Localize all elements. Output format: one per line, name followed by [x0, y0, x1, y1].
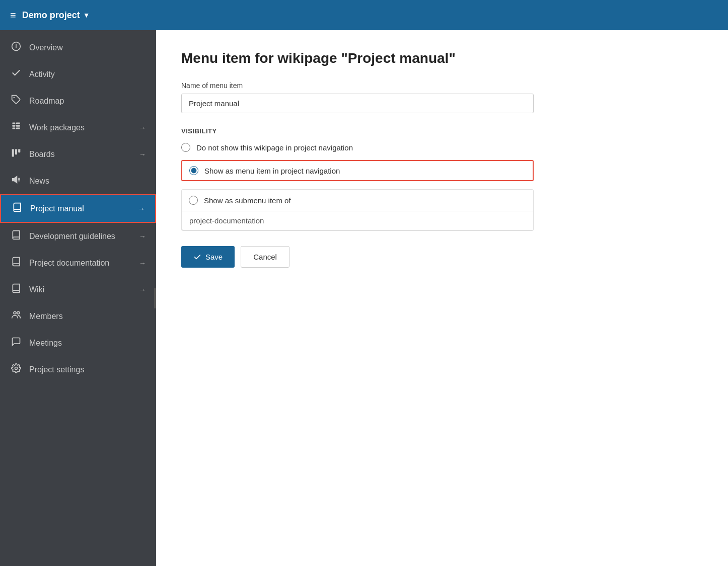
sidebar-item-development-guidelines-label: Development guidelines [29, 232, 132, 241]
sidebar-item-boards[interactable]: Boards → [0, 141, 156, 168]
svg-marker-12 [13, 176, 17, 183]
radio-do-not-show-input[interactable] [181, 143, 190, 152]
svg-point-2 [14, 97, 15, 99]
sidebar-item-project-documentation-label: Project documentation [29, 259, 132, 268]
project-manual-arrow-icon: → [138, 205, 145, 213]
sidebar-item-project-manual-label: Project manual [30, 204, 131, 213]
sidebar-item-roadmap-label: Roadmap [29, 97, 146, 106]
svg-point-18 [15, 367, 18, 370]
sidebar-item-project-settings-label: Project settings [29, 365, 146, 374]
sidebar-item-roadmap[interactable]: Roadmap [0, 88, 156, 114]
submenu-input[interactable] [182, 211, 534, 230]
tag-icon [10, 95, 22, 107]
info-circle-icon: i [10, 41, 22, 54]
form-actions: Save Cancel [181, 246, 703, 268]
page-title: Menu item for wikipage "Project manual" [181, 50, 703, 66]
svg-rect-7 [16, 125, 20, 127]
table-icon [10, 121, 22, 134]
svg-rect-10 [15, 149, 17, 155]
sidebar-item-project-manual[interactable]: Project manual → [0, 194, 156, 223]
sidebar-item-project-documentation[interactable]: Project documentation → [0, 250, 156, 276]
svg-rect-6 [16, 123, 20, 124]
megaphone-icon [10, 175, 22, 187]
sidebar-item-activity-label: Activity [29, 70, 146, 79]
svg-rect-8 [16, 128, 20, 129]
check-icon [10, 68, 22, 80]
sidebar-item-news-label: News [29, 177, 146, 186]
book-project-doc-icon [10, 257, 22, 269]
project-title[interactable]: Demo project ▼ [22, 10, 90, 21]
save-checkmark-icon [193, 253, 201, 261]
work-packages-arrow-icon: → [139, 124, 146, 132]
svg-point-17 [17, 311, 20, 314]
cancel-button[interactable]: Cancel [241, 246, 289, 268]
radio-show-as-submenu-label[interactable]: Show as submenu item of [204, 196, 291, 205]
name-field-label: Name of menu item [181, 82, 703, 90]
boards-arrow-icon: → [139, 150, 146, 158]
sidebar-resize-handle[interactable] [154, 288, 156, 308]
svg-rect-11 [18, 149, 20, 153]
project-doc-arrow-icon: → [139, 259, 146, 267]
svg-point-16 [14, 311, 16, 314]
sidebar-item-development-guidelines[interactable]: Development guidelines → [0, 223, 156, 250]
sidebar-item-overview-label: Overview [29, 43, 146, 52]
boards-icon [10, 148, 22, 160]
hamburger-icon[interactable]: ≡ [10, 10, 16, 21]
sidebar-item-news[interactable]: News [0, 168, 156, 194]
sidebar-item-members[interactable]: Members [0, 303, 156, 330]
radio-show-as-submenu[interactable]: Show as submenu item of [182, 190, 533, 211]
visibility-heading: VISIBILITY [181, 127, 703, 135]
radio-show-as-menu-input[interactable] [189, 166, 198, 175]
radio-do-not-show[interactable]: Do not show this wikipage in project nav… [181, 143, 703, 152]
svg-rect-5 [13, 128, 16, 129]
sidebar-item-boards-label: Boards [29, 150, 132, 159]
radio-do-not-show-label[interactable]: Do not show this wikipage in project nav… [196, 143, 353, 152]
radio-show-as-submenu-input[interactable] [189, 196, 198, 205]
dev-guidelines-arrow-icon: → [139, 232, 146, 240]
sidebar-item-activity[interactable]: Activity [0, 61, 156, 88]
wiki-arrow-icon: → [139, 286, 146, 294]
sidebar: i Overview Activity Roadmap Work package… [0, 30, 156, 566]
topbar: ≡ Demo project ▼ [0, 0, 728, 30]
svg-rect-3 [13, 123, 16, 124]
sidebar-item-meetings-label: Meetings [29, 339, 146, 348]
svg-text:i: i [15, 43, 17, 49]
gear-icon [10, 363, 22, 376]
book-project-manual-icon [11, 202, 23, 215]
members-icon [10, 310, 22, 322]
sidebar-item-wiki[interactable]: Wiki → [0, 276, 156, 303]
radio-show-as-menu-highlighted[interactable]: Show as menu item in project navigation [181, 160, 534, 181]
svg-rect-4 [13, 125, 16, 127]
radio-show-as-menu-label[interactable]: Show as menu item in project navigation [204, 167, 340, 175]
book-wiki-icon [10, 283, 22, 296]
submenu-group: Show as submenu item of [181, 189, 534, 231]
name-input[interactable] [181, 94, 534, 113]
sidebar-item-work-packages-label: Work packages [29, 123, 132, 132]
sidebar-item-wiki-label: Wiki [29, 285, 132, 294]
main-layout: i Overview Activity Roadmap Work package… [0, 30, 728, 566]
chat-icon [10, 337, 22, 349]
project-dropdown-chevron: ▼ [83, 11, 90, 19]
save-button[interactable]: Save [181, 246, 235, 268]
content-area: Menu item for wikipage "Project manual" … [156, 30, 728, 566]
sidebar-item-members-label: Members [29, 312, 146, 321]
name-field-group: Name of menu item [181, 82, 703, 113]
sidebar-item-work-packages[interactable]: Work packages → [0, 114, 156, 141]
sidebar-item-meetings[interactable]: Meetings [0, 330, 156, 356]
svg-rect-9 [12, 149, 14, 157]
sidebar-item-overview[interactable]: i Overview [0, 34, 156, 61]
sidebar-item-project-settings[interactable]: Project settings [0, 356, 156, 383]
book-dev-guidelines-icon [10, 230, 22, 242]
